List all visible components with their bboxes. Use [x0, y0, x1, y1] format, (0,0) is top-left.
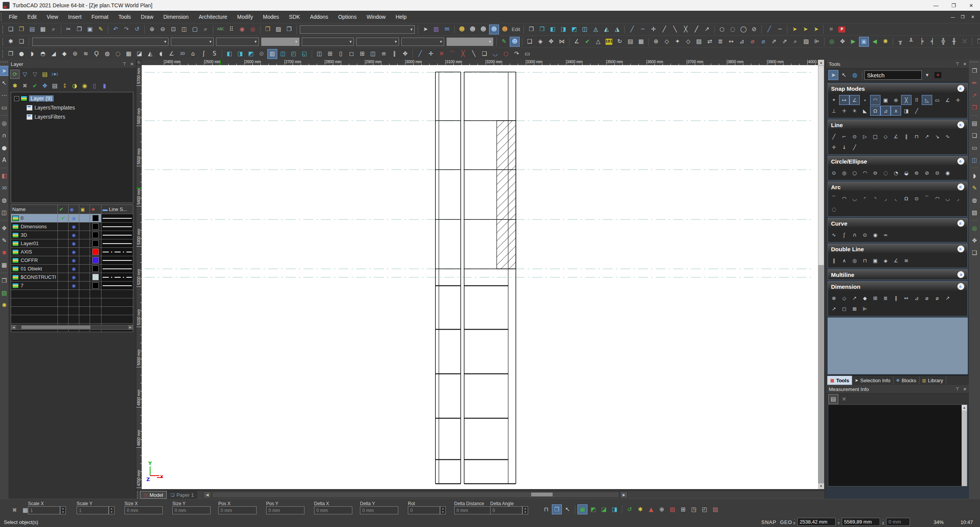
layer-linestyle-cell[interactable] — [101, 214, 133, 223]
style-combo-combo[interactable]: ▼ — [300, 25, 415, 34]
snap-tangent-icon[interactable]: Ω — [870, 106, 880, 116]
move-tool-icon[interactable]: ✥ — [0, 223, 9, 233]
tab-scroll-left-icon[interactable]: ◀ — [203, 491, 211, 498]
zoom-page-icon[interactable]: ▢ — [190, 25, 200, 34]
section-header[interactable]: Curve« — [828, 218, 967, 228]
dim-node-1-icon[interactable]: ◇ — [662, 37, 672, 47]
snap-arc-center-icon[interactable]: ◠ — [870, 95, 880, 105]
arc-center-icon[interactable]: ⌒ — [829, 193, 839, 203]
checker-swap-icon[interactable]: ▨ — [970, 208, 980, 218]
layer-lock-cell[interactable] — [79, 248, 90, 256]
snap-bisector-icon[interactable]: ∧ — [891, 106, 901, 116]
stair-tool-icon[interactable]: ≡ — [379, 49, 389, 59]
slab-tool-icon[interactable]: ▥ — [267, 49, 277, 59]
menu-draw[interactable]: Draw — [136, 11, 159, 23]
snap-extension-icon[interactable]: ╱ — [911, 106, 922, 116]
mdi-close-icon[interactable]: ✕ — [968, 13, 978, 21]
copy-icon[interactable]: ❐ — [74, 25, 84, 34]
ortho-lock-icon[interactable]: ⊓ — [541, 504, 551, 514]
door-insert-icon[interactable]: ▯ — [336, 49, 346, 59]
circle-tool-1-icon[interactable]: ○ — [717, 25, 727, 34]
mdi-restore-icon[interactable]: ❐ — [958, 13, 968, 21]
arc-tangent-icon[interactable]: Ω — [901, 193, 911, 203]
modify-intersect-icon[interactable]: ✛ — [426, 49, 436, 59]
modify-arc-icon[interactable]: ◡ — [490, 49, 500, 59]
cube-face-top-icon[interactable]: ◩ — [569, 25, 579, 34]
dim-incremental-icon[interactable]: ↔ — [901, 293, 911, 303]
snap-intersection-icon[interactable]: ╳ — [901, 95, 911, 105]
dline-circle-icon[interactable]: ◎ — [849, 255, 860, 265]
cursor-mode-icon[interactable]: ↖ — [563, 504, 573, 514]
dim-leader-1-icon[interactable]: ⇗ — [769, 37, 779, 47]
point-series-icon[interactable]: ⋯ — [0, 90, 9, 100]
circle-tool-icon[interactable]: ◎ — [0, 118, 9, 128]
snap-indicator-icon[interactable]: ◉ — [237, 25, 247, 34]
dim-callout-icon[interactable]: ↗ — [829, 304, 839, 314]
layer-name-cell[interactable]: AXIS — [11, 248, 58, 256]
menu-addons[interactable]: Addons — [305, 11, 333, 23]
viewport-corner-2-icon[interactable]: ◰ — [700, 504, 710, 514]
solid-chamfer-icon[interactable]: ◪ — [134, 49, 144, 59]
circle-tool-4-icon[interactable]: ⊘ — [749, 25, 759, 34]
coordinate-x[interactable]: 2538,42 mm — [797, 518, 836, 526]
pin-icon[interactable]: ⊤ — [955, 387, 959, 392]
section-header[interactable]: Line« — [828, 120, 967, 130]
rectangle-tool-icon[interactable]: ▭ — [0, 103, 9, 113]
swap-layers-icon[interactable]: ↕ — [60, 81, 69, 90]
layer-lock-cell[interactable] — [79, 239, 90, 248]
snap-center-icon[interactable]: ⊕ — [891, 95, 901, 105]
pattern-combo-combo[interactable]: ▼ — [302, 38, 354, 46]
ellipse-icon[interactable]: ⊜ — [911, 168, 922, 178]
cut-icon[interactable]: ✂ — [64, 25, 74, 34]
layer-active-cell[interactable] — [58, 265, 69, 273]
clipboard-panel-icon[interactable]: ▤ — [970, 118, 980, 128]
layer-name-cell[interactable]: Dimensions — [11, 223, 58, 231]
brush-tool-icon[interactable]: ✎ — [0, 236, 9, 245]
redline-tools-icon[interactable]: ✏ — [970, 78, 980, 88]
print-icon[interactable]: ▦ — [38, 25, 48, 34]
menu-modes[interactable]: Modes — [258, 11, 284, 23]
snap-face-icon[interactable]: ◺ — [922, 95, 932, 105]
grid-opening-icon[interactable]: ⊞ — [325, 49, 335, 59]
delta-y-field[interactable]: 0 mm — [360, 506, 398, 514]
arc-quarter-3-icon[interactable]: ◞ — [880, 193, 891, 203]
layer-color-cell[interactable] — [90, 282, 101, 290]
arc-elliptical-icon[interactable]: ◡ — [942, 193, 953, 203]
constraint-move-icon[interactable]: ✥ — [970, 236, 980, 245]
layer-visible-cell[interactable]: ◉ — [69, 273, 79, 282]
layer-active-cell[interactable] — [58, 282, 69, 290]
menu-dimension[interactable]: Dimension — [159, 11, 194, 23]
dline-angle-icon[interactable]: ∠ — [891, 255, 901, 265]
circle-tangent-icon[interactable]: ◌ — [880, 168, 891, 178]
snap-magnetic-icon[interactable]: ⌖ — [829, 95, 839, 105]
layer-linestyle-cell[interactable] — [101, 273, 133, 282]
numeric-entry-icon[interactable]: 101 — [604, 37, 614, 47]
solid-hemisphere-icon[interactable]: ◗ — [27, 49, 37, 59]
layer-linestyle-cell[interactable] — [101, 256, 133, 265]
size-x-field[interactable]: 0 mm — [124, 506, 163, 514]
wall-tool-1-icon[interactable]: ◧ — [224, 49, 234, 59]
select-tool-icon[interactable]: ➤ — [0, 66, 9, 76]
insert-file-icon[interactable]: ❐ — [263, 25, 273, 34]
line-polyline-icon[interactable]: ⌐ — [839, 131, 849, 141]
zoom-previous-icon[interactable]: ⌕ — [201, 25, 211, 34]
scroll-down-icon[interactable]: ▼ — [818, 483, 824, 489]
light-tool-icon[interactable]: ✺ — [0, 300, 9, 310]
show-all-icon[interactable]: ◉ — [80, 81, 89, 90]
layers-stack-icon[interactable]: ❏ — [970, 131, 980, 141]
layer-row[interactable]: 7◉ — [11, 282, 133, 290]
section-header[interactable]: Circle/Ellipse« — [828, 156, 967, 166]
new-icon[interactable]: ❏ — [6, 25, 16, 34]
dim-leader-2-icon[interactable]: ⇗ — [780, 37, 790, 47]
dim-angle-panel-icon[interactable]: ⊿ — [911, 293, 922, 303]
pin-icon[interactable]: ⊤ — [955, 62, 959, 67]
dim-swap-icon[interactable]: ⇄ — [705, 37, 715, 47]
tab-blocks[interactable]: ✥Blocks — [893, 376, 919, 385]
help-pointer-icon[interactable]: ➤ — [420, 25, 430, 34]
wall-tool-2-icon[interactable]: ◨ — [235, 49, 245, 59]
apply-layer-icon[interactable]: ✔ — [30, 81, 39, 90]
panel-select-icon[interactable]: ➤ — [828, 70, 838, 80]
workspace-user-icon[interactable]: ☻ — [510, 37, 520, 47]
layer-header-cell[interactable]: ▬ Line S... — [101, 205, 133, 214]
layer-active-cell[interactable] — [58, 256, 69, 265]
